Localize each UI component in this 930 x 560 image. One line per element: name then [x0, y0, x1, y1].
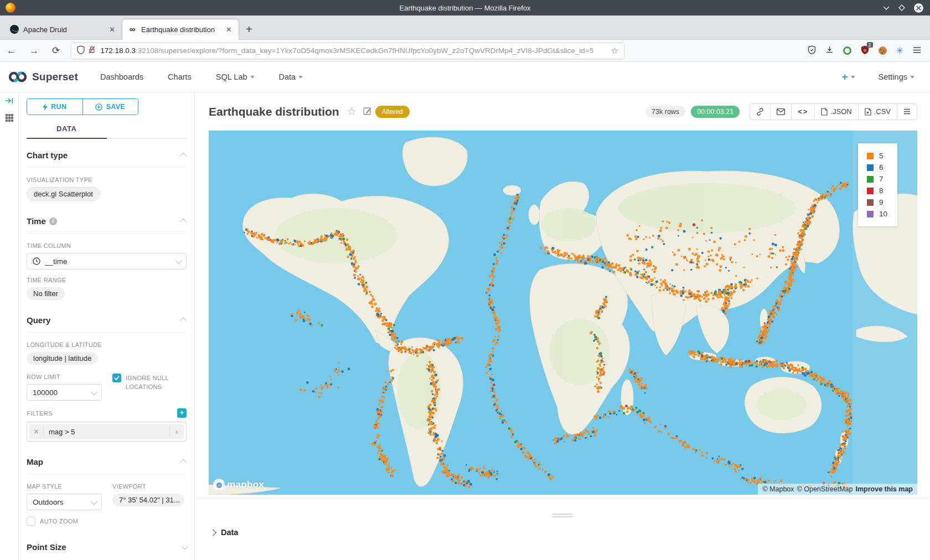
tab-close-icon[interactable]: ✕ — [225, 25, 233, 34]
legend-label: 7 — [879, 175, 884, 183]
chart-menu-button[interactable] — [897, 104, 917, 120]
tab-close-icon[interactable]: ✕ — [108, 25, 116, 34]
expand-panel-icon[interactable] — [5, 97, 14, 107]
legend-item[interactable]: 8 — [867, 185, 887, 196]
section-query[interactable]: Query — [27, 315, 187, 325]
extension-ghostery-icon[interactable] — [843, 46, 851, 55]
chevron-down-icon — [298, 76, 303, 79]
copy-link-button[interactable] — [750, 104, 770, 120]
browser-toolbar: ← → ⟳ 172.18.0.3:32108/superset/explore/… — [0, 40, 930, 62]
extension-ublock-icon[interactable]: u 2 — [861, 45, 869, 56]
deckgl-scatter-map[interactable]: 5678910 ◍ mapbox © Mapbox © OpenStreetMa… — [209, 131, 917, 495]
legend-swatch — [867, 164, 874, 171]
svg-text:u: u — [864, 48, 866, 53]
export-json-button[interactable]: .JSON — [814, 104, 857, 120]
file-csv-icon — [865, 108, 871, 116]
section-chart-type[interactable]: Chart type — [27, 151, 187, 160]
resize-drag-handle[interactable] — [552, 514, 573, 517]
viz-type-value[interactable]: deck.gl Scatterplot — [27, 187, 100, 201]
favorite-star-icon[interactable]: ☆ — [347, 105, 356, 118]
tab-apache-druid[interactable]: Apache Druid ✕ — [4, 19, 122, 39]
chart-title: Earthquake distribution — [209, 105, 339, 118]
viewport-value[interactable]: 7° 35' 54.02" | 31... — [112, 494, 184, 506]
embed-code-button[interactable]: <> — [791, 104, 814, 120]
tab-data[interactable]: DATA — [27, 120, 107, 139]
druid-favicon — [10, 25, 19, 34]
auto-zoom-checkbox[interactable] — [27, 517, 35, 526]
legend-item[interactable]: 10 — [867, 208, 887, 220]
section-time[interactable]: Timei — [27, 216, 187, 226]
url-field[interactable]: 172.18.0.3:32108/superset/explore/?form_… — [71, 43, 624, 59]
section-map[interactable]: Map — [27, 457, 187, 466]
minimize-icon[interactable] — [883, 6, 890, 10]
menu-icon[interactable] — [913, 46, 921, 56]
legend-label: 8 — [879, 186, 884, 195]
legend-label: 9 — [879, 198, 884, 206]
nav-dashboards[interactable]: Dashboards — [100, 72, 143, 81]
legend-item[interactable]: 7 — [867, 173, 887, 185]
remove-filter-icon[interactable]: ✕ — [29, 428, 44, 435]
chevron-down-icon — [851, 76, 855, 79]
run-button[interactable]: RUN — [27, 99, 82, 115]
ignore-null-checkbox[interactable] — [112, 374, 121, 382]
settings-menu[interactable]: Settings — [879, 72, 914, 81]
altered-badge[interactable]: Altered — [375, 106, 410, 118]
new-tab-icon[interactable]: + — [246, 23, 252, 39]
section-point-size[interactable]: Point Size — [27, 542, 187, 552]
back-icon[interactable]: ← — [0, 45, 23, 56]
legend-item[interactable]: 5 — [867, 150, 887, 162]
window-title: Earthquake distribution — Mozilla Firefo… — [0, 4, 930, 12]
download-icon[interactable] — [825, 45, 834, 56]
edit-properties-icon[interactable] — [363, 106, 372, 117]
save-button[interactable]: SAVE — [82, 99, 138, 115]
time-column-label: TIME COLUMN — [27, 242, 187, 249]
chevron-right-icon[interactable]: › — [169, 428, 184, 436]
insecure-lock-icon[interactable] — [88, 45, 96, 56]
extension-container-icon[interactable]: ✳ — [896, 45, 903, 56]
superset-logo[interactable]: Superset — [8, 71, 78, 83]
datasource-grid-icon[interactable] — [5, 113, 14, 125]
map-style-label: MAP STYLE — [27, 483, 112, 490]
legend-item[interactable]: 6 — [867, 162, 887, 173]
attribution-improve-link[interactable]: Improve this map — [856, 485, 913, 493]
tab-earthquake-distribution[interactable]: ∞ Earthquake distribution ✕ — [122, 19, 239, 40]
mapbox-icon: ◍ — [213, 479, 225, 490]
nav-sql-lab[interactable]: SQL Lab — [216, 72, 255, 81]
filter-value: mag > 5 — [44, 428, 169, 436]
url-text[interactable]: 172.18.0.3:32108/superset/explore/?form_… — [100, 46, 607, 55]
panel-tabs: DATA — [27, 120, 187, 139]
chevron-up-icon — [180, 318, 187, 325]
add-filter-icon[interactable]: + — [177, 408, 187, 418]
map-style-select[interactable]: Outdoors — [27, 494, 102, 510]
time-column-select[interactable]: __time — [27, 253, 187, 269]
bookmark-star-icon[interactable]: ☆ — [611, 46, 618, 56]
attribution-mapbox-link[interactable]: © Mapbox — [762, 485, 794, 493]
reload-icon[interactable]: ⟳ — [45, 45, 66, 56]
filter-box: ✕ mag > 5 › — [27, 422, 187, 442]
export-csv-button[interactable]: .CSV — [858, 104, 897, 120]
email-button[interactable] — [770, 104, 791, 120]
row-limit-select[interactable]: 100000 — [27, 384, 102, 401]
tracking-shield-icon[interactable] — [77, 45, 85, 56]
tab-title: Earthquake distribution — [141, 25, 220, 34]
mapbox-logo[interactable]: ◍ mapbox — [213, 479, 264, 490]
filter-chip[interactable]: ✕ mag > 5 › — [29, 424, 184, 439]
lonlat-value[interactable]: longitude | latitude — [27, 352, 98, 365]
time-range-value[interactable]: No filter — [27, 287, 65, 300]
close-icon[interactable] — [914, 3, 923, 13]
chevron-down-icon — [250, 76, 255, 79]
forward-icon[interactable]: → — [23, 45, 45, 56]
save-icon — [95, 103, 102, 111]
protections-shield-icon[interactable] — [808, 45, 816, 56]
nav-charts[interactable]: Charts — [168, 72, 192, 81]
maximize-icon[interactable] — [898, 4, 905, 11]
data-panel-toggle[interactable]: Data — [195, 519, 930, 537]
extension-cookie-icon[interactable] — [879, 46, 887, 55]
legend-item[interactable]: 9 — [867, 196, 887, 208]
brand-name: Superset — [32, 71, 78, 83]
attribution-osm-link[interactable]: © OpenStreetMap — [797, 485, 853, 493]
legend-label: 5 — [879, 152, 884, 160]
nav-data[interactable]: Data — [279, 72, 303, 81]
add-new-button[interactable]: + — [841, 71, 855, 83]
left-icon-rail — [0, 92, 19, 560]
